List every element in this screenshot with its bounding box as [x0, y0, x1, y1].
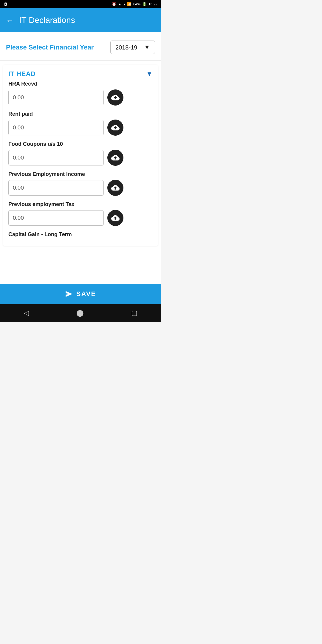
section-title: IT HEAD: [8, 70, 36, 78]
prev-employment-income-input[interactable]: [8, 180, 104, 196]
back-button[interactable]: ←: [6, 16, 14, 25]
it-head-section: IT HEAD ▼ HRA Recvd Rent paid: [3, 65, 158, 246]
upload-cloud-icon: [111, 154, 120, 162]
hra-recvd-row: [8, 89, 153, 106]
alarm-icon: ⏰: [112, 2, 116, 6]
battery-icon: 🔋: [142, 2, 147, 6]
prev-employment-income-upload-button[interactable]: [107, 180, 123, 196]
navigation-bar: ◁ ⬤ ▢: [0, 304, 161, 322]
fy-select-input[interactable]: 2016-17 2017-18 2018-19 2019-20 2020-21: [115, 44, 137, 51]
status-right: ⏰ ▲ ▴ 📶 84% 🔋 16:22: [112, 2, 157, 6]
home-nav-icon[interactable]: ⬤: [76, 309, 84, 317]
fy-select-dropdown[interactable]: 2016-17 2017-18 2018-19 2019-20 2020-21 …: [110, 41, 155, 54]
prev-employment-income-label: Previous Employment Income: [8, 171, 153, 177]
fy-label: Please Select Financial Year: [6, 44, 94, 51]
prev-employment-income-row: [8, 180, 153, 196]
battery-percent: 84%: [133, 2, 140, 6]
main-content: Please Select Financial Year 2016-17 201…: [0, 32, 161, 284]
app-header: ← IT Declarations: [0, 8, 161, 32]
food-coupons-label: Food Coupons u/s 10: [8, 141, 153, 147]
rent-paid-field-group: Rent paid: [8, 111, 153, 136]
financial-year-row: Please Select Financial Year 2016-17 201…: [0, 32, 161, 60]
save-bar[interactable]: SAVE: [0, 284, 161, 304]
status-bar: 🖼 ⏰ ▲ ▴ 📶 84% 🔋 16:22: [0, 0, 161, 8]
signal-icon: 📶: [127, 2, 131, 6]
prev-employment-income-field-group: Previous Employment Income: [8, 171, 153, 196]
upload-cloud-icon: [111, 123, 120, 132]
upload-cloud-icon: [111, 214, 120, 222]
back-nav-icon[interactable]: ◁: [24, 309, 29, 317]
food-coupons-upload-button[interactable]: [107, 150, 123, 166]
upload-cloud-icon: [111, 184, 120, 192]
rent-paid-row: [8, 120, 153, 136]
chevron-down-icon: ▼: [144, 44, 150, 51]
save-button-label: SAVE: [76, 290, 96, 298]
recents-nav-icon[interactable]: ▢: [131, 309, 137, 317]
prev-employment-tax-label: Previous employment Tax: [8, 201, 153, 208]
section-collapse-icon[interactable]: ▼: [146, 70, 153, 78]
prev-employment-tax-field-group: Previous employment Tax: [8, 201, 153, 226]
time-display: 16:22: [148, 2, 157, 6]
upload-cloud-icon: [111, 93, 120, 102]
prev-employment-tax-input[interactable]: [8, 210, 104, 226]
food-coupons-input[interactable]: [8, 150, 104, 165]
capital-gain-label: Capital Gain - Long Term: [8, 231, 153, 238]
capital-gain-field-group: Capital Gain - Long Term: [8, 231, 153, 241]
food-coupons-field-group: Food Coupons u/s 10: [8, 141, 153, 166]
hra-recvd-input[interactable]: [8, 90, 104, 105]
prev-employment-tax-row: [8, 210, 153, 226]
section-header: IT HEAD ▼: [8, 70, 153, 78]
camera-icon: 🖼: [4, 2, 7, 6]
rent-paid-upload-button[interactable]: [107, 120, 123, 136]
hra-recvd-upload-button[interactable]: [107, 89, 123, 106]
page-title: IT Declarations: [19, 16, 75, 25]
send-icon: [65, 290, 73, 298]
prev-employment-tax-upload-button[interactable]: [107, 210, 123, 226]
rent-paid-input[interactable]: [8, 120, 104, 135]
food-coupons-row: [8, 150, 153, 166]
hra-recvd-label: HRA Recvd: [8, 81, 153, 87]
rent-paid-label: Rent paid: [8, 111, 153, 117]
wifi-signal-icon: ▴: [123, 2, 125, 6]
status-left: 🖼: [4, 2, 7, 6]
hra-recvd-field-group: HRA Recvd: [8, 81, 153, 106]
section-divider: [0, 60, 161, 61]
wifi-icon: ▲: [118, 2, 122, 6]
